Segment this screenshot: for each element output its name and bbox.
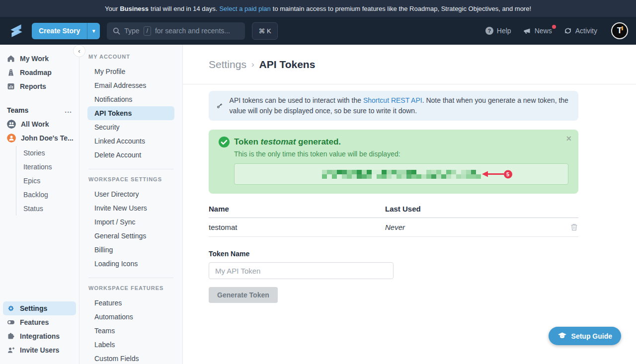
settings-nav-notifications[interactable]: Notifications <box>80 92 182 106</box>
teams-section-header: Teams ... <box>0 103 79 117</box>
divider <box>88 169 173 169</box>
breadcrumb-settings[interactable]: Settings <box>209 59 246 71</box>
sidebar-item-john-does-team[interactable]: John Doe's Te... <box>0 131 79 145</box>
search-input[interactable]: Type / for search and recents... <box>107 22 245 40</box>
sidebar-collapse-button[interactable]: ‹ <box>73 45 85 57</box>
alert-title: Token testomat generated. <box>219 137 568 147</box>
sidebar-label: All Work <box>21 120 49 128</box>
settings-nav-billing[interactable]: Billing <box>80 243 182 257</box>
generate-token-button[interactable]: Generate Token <box>209 287 278 303</box>
help-icon: ? <box>485 27 493 35</box>
help-button[interactable]: ? Help <box>485 27 511 35</box>
settings-nav-invite-new-users[interactable]: Invite New Users <box>80 201 182 215</box>
sidebar-label: Integrations <box>20 332 60 340</box>
app-body: ‹ My Work Roadmap Reports Teams <box>0 45 636 364</box>
token-name-input[interactable] <box>209 262 394 279</box>
close-icon[interactable]: × <box>566 134 571 144</box>
help-label: Help <box>497 27 511 35</box>
sidebar-bottom-group: Settings Features Integrations <box>0 301 79 357</box>
content-area: API tokens can be used to interact with … <box>209 91 578 303</box>
sidebar-label: Features <box>20 318 49 326</box>
sidebar-item-stories[interactable]: Stories <box>16 146 79 160</box>
settings-nav-user-directory[interactable]: User Directory <box>80 187 182 201</box>
section-title-my-account: MY ACCOUNT <box>80 54 182 60</box>
annotation-number: 5 <box>504 170 512 178</box>
tokens-table: Name Last Used testomat Never <box>209 205 578 237</box>
alert-subtitle: This is the only time this token value w… <box>234 150 568 158</box>
api-tokens-info-box: API tokens can be used to interact with … <box>209 91 578 121</box>
news-button[interactable]: News <box>523 27 552 35</box>
sidebar-item-settings[interactable]: Settings <box>3 301 76 315</box>
key-icon <box>217 101 223 110</box>
sidebar-item-reports[interactable]: Reports <box>0 79 79 93</box>
teams-menu-button[interactable]: ... <box>65 106 72 114</box>
table-header-row: Name Last Used <box>209 205 578 218</box>
slash-key-badge: / <box>144 26 151 36</box>
settings-nav-automations[interactable]: Automations <box>80 310 182 324</box>
annotation-marker: 5 <box>482 170 512 178</box>
banner-text-1: Your <box>105 5 118 12</box>
settings-nav-custom-fields[interactable]: Custom Fields <box>80 352 182 364</box>
keyboard-shortcut-badge: ⌘ K <box>252 22 277 40</box>
invite-user-icon <box>7 346 15 354</box>
divider <box>88 278 173 278</box>
sidebar-label: John Doe's Te... <box>21 134 74 142</box>
activity-icon <box>564 27 572 35</box>
create-story-label[interactable]: Create Story <box>32 23 87 39</box>
settings-nav-features[interactable]: Features <box>80 296 182 310</box>
sidebar-label: My Work <box>20 55 49 63</box>
rest-api-link[interactable]: Shortcut REST API <box>363 96 422 104</box>
puzzle-icon <box>7 332 15 340</box>
chevron-right-icon: › <box>251 60 254 70</box>
shortcut-logo-icon[interactable] <box>8 23 25 38</box>
news-label: News <box>535 27 552 35</box>
sidebar-item-iterations[interactable]: Iterations <box>16 160 79 174</box>
sidebar-item-integrations[interactable]: Integrations <box>0 329 79 343</box>
create-story-caret-icon[interactable]: ▼ <box>87 23 100 39</box>
avatar-logo-notch <box>622 26 623 30</box>
settings-nav-security[interactable]: Security <box>80 120 182 134</box>
settings-nav-my-profile[interactable]: My Profile <box>80 65 182 78</box>
create-story-button[interactable]: Create Story ▼ <box>32 23 100 39</box>
token-name-cell: testomat <box>209 223 385 231</box>
token-name-label: Token Name <box>209 250 578 258</box>
arrow-left-icon <box>482 171 505 178</box>
sidebar-item-backlog[interactable]: Backlog <box>16 188 79 202</box>
setup-guide-button[interactable]: Setup Guide <box>549 327 621 345</box>
sidebar-item-roadmap[interactable]: Roadmap <box>0 66 79 79</box>
settings-nav-email-addresses[interactable]: Email Addresses <box>80 78 182 92</box>
token-generated-alert: × Token testomat generated. This is the … <box>209 130 578 194</box>
sidebar-item-features[interactable]: Features <box>0 315 79 329</box>
user-avatar[interactable]: T <box>611 22 628 39</box>
top-navbar: Create Story ▼ Type / for search and rec… <box>0 17 636 45</box>
settings-nav-general-settings[interactable]: General Settings <box>80 229 182 243</box>
delete-token-button[interactable] <box>570 223 578 231</box>
sidebar-label: Roadmap <box>20 69 52 76</box>
sidebar-item-all-work[interactable]: All Work <box>0 117 79 131</box>
settings-nav-import-sync[interactable]: Import / Sync <box>80 215 182 229</box>
page-title: API Tokens <box>259 59 316 71</box>
token-last-used-cell: Never <box>385 223 570 231</box>
redacted-token <box>322 170 481 179</box>
activity-label: Activity <box>575 27 597 35</box>
megaphone-icon <box>523 27 531 35</box>
sidebar-item-epics[interactable]: Epics <box>16 174 79 188</box>
search-placeholder-prefix: Type <box>124 27 139 35</box>
settings-nav-linked-accounts[interactable]: Linked Accounts <box>80 134 182 148</box>
settings-nav-loading-icons[interactable]: Loading Icons <box>80 257 182 271</box>
info-text: API tokens can be used to interact with … <box>230 95 570 116</box>
breadcrumb: Settings › API Tokens <box>209 59 315 71</box>
check-circle-icon <box>219 137 230 147</box>
settings-nav-api-tokens[interactable]: API Tokens <box>87 106 174 120</box>
sidebar-item-status[interactable]: Status <box>16 202 79 216</box>
banner-text-2: trial will end in 14 days. <box>151 5 217 12</box>
select-paid-plan-link[interactable]: Select a paid plan <box>219 5 270 12</box>
settings-nav-delete-account[interactable]: Delete Account <box>80 148 182 162</box>
primary-sidebar: ‹ My Work Roadmap Reports Teams <box>0 45 80 364</box>
settings-nav-teams[interactable]: Teams <box>80 324 182 338</box>
settings-nav-labels[interactable]: Labels <box>80 338 182 352</box>
new-token-form: Token Name Generate Token <box>209 250 578 303</box>
sidebar-item-my-work[interactable]: My Work <box>0 52 79 66</box>
activity-button[interactable]: Activity <box>564 27 597 35</box>
sidebar-item-invite-users[interactable]: Invite Users <box>0 343 79 357</box>
